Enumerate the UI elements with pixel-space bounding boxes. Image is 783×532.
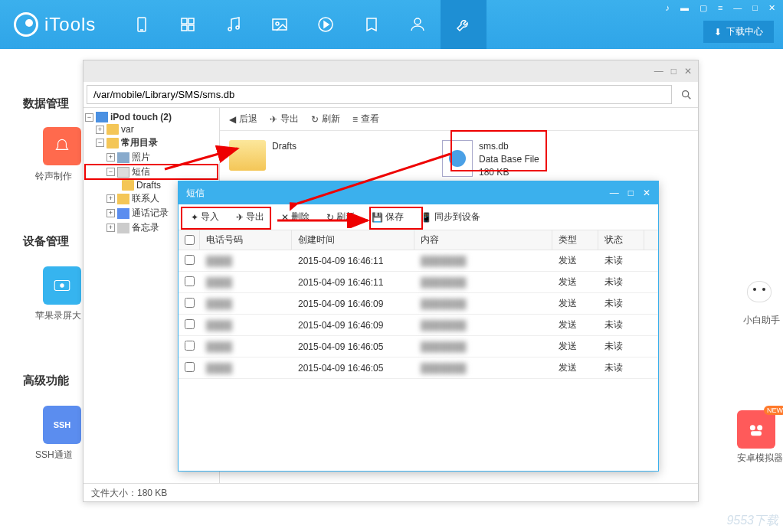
cell-type: 发送 bbox=[552, 318, 598, 331]
col-status-header[interactable]: 状态 bbox=[598, 230, 644, 250]
sms-maximize-icon[interactable]: □ bbox=[628, 188, 634, 198]
search-button[interactable] bbox=[675, 82, 698, 107]
table-row[interactable]: ████2015-04-09 16:46:05███████发送未读 bbox=[179, 336, 658, 357]
table-row[interactable]: ████2015-04-09 16:46:09███████发送未读 bbox=[179, 293, 658, 315]
nav-book-icon[interactable] bbox=[349, 0, 395, 49]
minimize-icon[interactable]: — bbox=[733, 3, 742, 13]
tile-screen-record[interactable] bbox=[43, 266, 81, 305]
cell-time: 2015-04-09 16:46:09 bbox=[292, 320, 414, 331]
save-button[interactable]: 💾 保存 bbox=[365, 208, 410, 226]
nav-video-icon[interactable] bbox=[303, 0, 349, 49]
nav-user-icon[interactable] bbox=[395, 0, 441, 49]
cell-type: 发送 bbox=[552, 254, 598, 267]
delete-button[interactable]: ✕ 删除 bbox=[275, 208, 316, 226]
tile-emulator-label: 安卓模拟器 bbox=[737, 452, 783, 465]
file-smsdb-size: 180 KB bbox=[479, 166, 539, 179]
select-all-checkbox[interactable] bbox=[185, 235, 195, 245]
cell-time: 2015-04-09 16:46:05 bbox=[292, 341, 414, 352]
tree-common[interactable]: −常用目录 bbox=[85, 135, 218, 150]
section-data-management: 数据管理 bbox=[23, 96, 69, 111]
svg-rect-2 bbox=[182, 18, 187, 24]
tile-ringtone-label: 铃声制作 bbox=[35, 170, 72, 183]
maximize-icon[interactable]: □ bbox=[752, 3, 758, 13]
tree-var[interactable]: +var bbox=[85, 123, 218, 135]
file-smsdb[interactable]: sms.db Data Base File 180 KB bbox=[442, 140, 539, 178]
row-checkbox[interactable] bbox=[185, 341, 195, 351]
view-button[interactable]: ≡ 查看 bbox=[352, 113, 379, 126]
svg-line-19 bbox=[688, 96, 690, 99]
svg-point-6 bbox=[228, 28, 231, 31]
sms-window: 短信 — □ ✕ ✦ 导入 ✈ 导出 ✕ 删除 ↻ 刷新 💾 保存 📱 同步到设… bbox=[178, 181, 659, 472]
file-smsdb-name: sms.db bbox=[479, 140, 539, 153]
nav-apps-icon[interactable] bbox=[165, 0, 211, 49]
cell-status: 未读 bbox=[598, 361, 644, 374]
tray-chat-icon[interactable]: ▬ bbox=[680, 3, 689, 13]
cell-time: 2015-04-09 16:46:09 bbox=[292, 299, 414, 309]
download-center-button[interactable]: ⬇ 下载中心 bbox=[703, 21, 774, 43]
new-badge: NEW bbox=[764, 406, 783, 415]
fb-minimize-icon[interactable]: — bbox=[654, 66, 663, 77]
sync-button[interactable]: 📱 同步到设备 bbox=[414, 208, 487, 226]
sms-minimize-icon[interactable]: — bbox=[610, 188, 619, 198]
row-checkbox[interactable] bbox=[185, 298, 195, 308]
sms-close-icon[interactable]: ✕ bbox=[643, 188, 650, 198]
cell-content: ███████ bbox=[421, 341, 467, 352]
table-row[interactable]: ████2015-04-09 16:46:09███████发送未读 bbox=[179, 315, 658, 336]
table-row[interactable]: ████2015-04-09 16:46:11███████发送未读 bbox=[179, 272, 658, 293]
table-row[interactable]: ████2015-04-09 16:46:05███████发送未读 bbox=[179, 357, 658, 379]
row-checkbox[interactable] bbox=[185, 276, 195, 286]
export-button[interactable]: ✈ 导出 bbox=[270, 113, 299, 126]
col-type-header[interactable]: 类型 bbox=[552, 230, 598, 250]
import-label: 导入 bbox=[201, 211, 219, 224]
sms-toolbar: ✦ 导入 ✈ 导出 ✕ 删除 ↻ 刷新 💾 保存 📱 同步到设备 bbox=[179, 204, 658, 230]
col-phone-header[interactable]: 电话号码 bbox=[200, 230, 292, 250]
import-button[interactable]: ✦ 导入 bbox=[185, 208, 225, 226]
svg-point-7 bbox=[236, 26, 239, 29]
tile-ssh[interactable]: SSH bbox=[43, 406, 81, 444]
nav-device-icon[interactable] bbox=[119, 0, 165, 49]
fb-close-icon[interactable]: ✕ bbox=[684, 66, 692, 77]
svg-rect-4 bbox=[182, 25, 187, 31]
tree-notes-label: 备忘录 bbox=[132, 221, 159, 234]
tray-music-icon[interactable]: ♪ bbox=[665, 3, 670, 13]
sms-title-label: 短信 bbox=[186, 187, 205, 200]
cell-phone: ████ bbox=[206, 363, 232, 374]
close-icon[interactable]: ✕ bbox=[768, 3, 775, 13]
row-checkbox[interactable] bbox=[185, 319, 195, 329]
tile-ringtone[interactable] bbox=[43, 127, 81, 165]
svg-point-18 bbox=[683, 90, 689, 96]
tree-drafts-label: Drafts bbox=[136, 180, 161, 191]
row-checkbox[interactable] bbox=[185, 255, 195, 265]
cell-phone: ████ bbox=[206, 277, 232, 288]
tile-assistant[interactable] bbox=[740, 273, 778, 311]
nav-photo-icon[interactable] bbox=[257, 0, 303, 49]
row-checkbox[interactable] bbox=[185, 362, 195, 372]
tree-root[interactable]: −iPod touch (2) bbox=[85, 111, 218, 123]
refresh-button[interactable]: ↻ 刷新 bbox=[311, 113, 340, 126]
address-input[interactable] bbox=[87, 85, 672, 104]
svg-point-14 bbox=[61, 284, 64, 287]
fb-maximize-icon[interactable]: □ bbox=[671, 66, 677, 77]
tray-skin-icon[interactable]: ▢ bbox=[699, 3, 707, 13]
watermark: 9553下载 bbox=[726, 513, 778, 529]
cell-type: 发送 bbox=[552, 340, 598, 353]
col-time-header[interactable]: 创建时间 bbox=[292, 230, 414, 250]
sms-refresh-button[interactable]: ↻ 刷新 bbox=[320, 208, 361, 226]
nav-tools-icon[interactable] bbox=[441, 0, 487, 49]
delete-label: 删除 bbox=[291, 211, 310, 224]
cell-content: ███████ bbox=[421, 256, 467, 266]
tile-emulator[interactable] bbox=[737, 410, 775, 449]
tree-photos[interactable]: +照片 bbox=[85, 150, 218, 165]
sms-export-label: 导出 bbox=[246, 211, 264, 224]
table-row[interactable]: ████2015-04-09 16:46:11███████发送未读 bbox=[179, 250, 658, 272]
tree-sms[interactable]: −短信 bbox=[85, 165, 218, 179]
back-button[interactable]: ◀ 后退 bbox=[229, 113, 257, 126]
save-label: 保存 bbox=[385, 211, 404, 224]
sms-export-button[interactable]: ✈ 导出 bbox=[230, 208, 270, 226]
view-label: 查看 bbox=[361, 113, 379, 126]
file-drafts[interactable]: Drafts bbox=[229, 140, 296, 178]
nav-music-icon[interactable] bbox=[211, 0, 257, 49]
folder-icon bbox=[229, 140, 266, 171]
tray-menu-icon[interactable]: ≡ bbox=[718, 3, 722, 13]
col-content-header[interactable]: 内容 bbox=[414, 230, 552, 250]
